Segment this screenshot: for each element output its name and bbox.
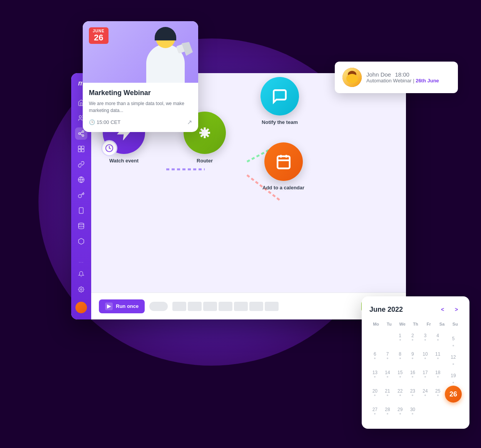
sidebar-item-keys[interactable]: [75, 189, 87, 201]
calendar-header: June 2022 < >: [369, 304, 462, 315]
cal-day-6[interactable]: 6: [369, 349, 381, 360]
day-su: Su: [449, 321, 462, 327]
toolbar-block-3: [203, 302, 217, 311]
cal-day-9[interactable]: 9: [407, 349, 418, 360]
webinar-time: 🕒 15:00 CET: [89, 119, 120, 125]
cal-day-7[interactable]: 7: [382, 349, 393, 360]
svg-rect-9: [82, 149, 84, 152]
webinar-card-body: Marketing Webinar We are more than a sim…: [83, 83, 198, 132]
watch-event-label: Watch event: [109, 158, 139, 164]
sidebar-item-device[interactable]: [75, 204, 87, 217]
cal-day-24[interactable]: 24: [420, 386, 431, 397]
cal-day-28[interactable]: 28: [382, 404, 393, 415]
cal-day-18[interactable]: 18: [432, 367, 443, 378]
webinar-footer: 🕒 15:00 CET ↗: [89, 119, 192, 126]
cal-day-14[interactable]: 14: [382, 367, 393, 378]
cal-day-19[interactable]: 19: [445, 367, 462, 384]
notification-card: John Doe 18:00 Automation Webinar | 26th…: [335, 62, 458, 93]
cal-day-empty-1: [369, 330, 381, 341]
calendar-navigation: < >: [437, 304, 462, 315]
cal-day-empty-end-2: [432, 404, 443, 415]
cal-day-15[interactable]: 15: [394, 367, 406, 378]
cal-day-11[interactable]: 11: [432, 349, 443, 360]
toolbar-toggle[interactable]: [149, 302, 168, 311]
cal-day-4[interactable]: 4: [432, 330, 443, 341]
cal-day-13[interactable]: 13: [369, 367, 381, 378]
day-mo: Mo: [369, 321, 382, 327]
sidebar-item-box[interactable]: [75, 235, 87, 247]
node-notify-team[interactable]: Notify the team: [261, 77, 299, 125]
router-label: Router: [197, 158, 213, 164]
calendar-days-header: Mo Tu We Th Fr Sa Su: [369, 321, 462, 327]
cal-day-22[interactable]: 22: [394, 386, 406, 397]
calendar-next[interactable]: >: [451, 304, 462, 315]
toolbar-block-4: [219, 302, 232, 311]
cal-day-29[interactable]: 29: [394, 404, 406, 415]
webinar-description: We are more than a simple data tool, we …: [89, 100, 192, 114]
cal-day-12[interactable]: 12: [445, 349, 462, 366]
webinar-title: Marketing Webinar: [89, 89, 192, 97]
toolbar-blocks: [172, 302, 279, 311]
cal-day-3[interactable]: 3: [420, 330, 431, 341]
svg-point-15: [80, 289, 82, 290]
webinar-date-badge: JUNE 26: [89, 27, 109, 44]
day-fr: Fr: [422, 321, 435, 327]
sidebar-item-globe[interactable]: [75, 174, 87, 186]
toolbar-block-2: [188, 302, 202, 311]
notify-team-label: Notify the team: [262, 119, 298, 125]
toolbar-block-7: [265, 302, 279, 311]
svg-line-5: [80, 132, 82, 133]
day-th: Th: [409, 321, 422, 327]
notif-event: Automation Webinar | 26th June: [366, 78, 439, 84]
svg-point-0: [79, 115, 82, 118]
cal-day-5[interactable]: 5: [445, 330, 462, 347]
clock-icon: 🕒: [89, 119, 95, 125]
cal-day-17[interactable]: 17: [420, 367, 431, 378]
sidebar-item-connections[interactable]: [75, 158, 87, 171]
cal-day-2[interactable]: 2: [407, 330, 418, 341]
cal-day-30[interactable]: 30: [407, 404, 418, 415]
notif-time: 18:00: [395, 71, 409, 78]
cal-day-21[interactable]: 21: [382, 386, 393, 397]
cal-day-23[interactable]: 23: [407, 386, 418, 397]
svg-rect-7: [82, 146, 84, 149]
toolbar-block-5: [234, 302, 248, 311]
cal-day-empty-end-3: [445, 404, 462, 421]
day-tu: Tu: [382, 321, 396, 327]
svg-rect-8: [78, 149, 81, 152]
webinar-day: 26: [93, 33, 105, 42]
cal-day-27[interactable]: 27: [369, 404, 381, 415]
day-we: We: [396, 321, 409, 327]
cal-day-10[interactable]: 10: [420, 349, 431, 360]
notif-name: John Doe 18:00: [366, 71, 439, 78]
svg-line-4: [80, 134, 82, 135]
bottom-toolbar: ▶ Run once: [91, 293, 406, 319]
sidebar-avatar[interactable]: [75, 302, 87, 313]
sidebar-bell[interactable]: [75, 268, 87, 280]
calendar-card: June 2022 < > Mo Tu We Th Fr Sa Su 1 2 3…: [362, 296, 469, 429]
svg-point-1: [82, 131, 84, 133]
cal-today[interactable]: 26: [445, 386, 462, 403]
calendar-month-year: June 2022: [369, 306, 403, 314]
cal-day-16[interactable]: 16: [407, 367, 418, 378]
cal-day-25[interactable]: 25: [432, 386, 443, 397]
sidebar-settings[interactable]: [75, 283, 87, 296]
calendar-prev[interactable]: <: [437, 304, 448, 315]
calendar-grid: 1 2 3 4 5 6 7 8 9 10 11 12 13 14 15 16 1…: [369, 330, 462, 421]
cal-today-wrap: 26: [445, 386, 462, 403]
sidebar-item-apps[interactable]: [75, 143, 87, 155]
cal-day-20[interactable]: 20: [369, 386, 381, 397]
cal-day-empty-end-1: [420, 404, 431, 415]
webinar-card: JUNE 26 Marketing Webinar We are more th…: [83, 21, 198, 132]
cal-day-1[interactable]: 1: [394, 330, 406, 341]
sidebar-item-database[interactable]: [75, 220, 87, 232]
notif-text: John Doe 18:00 Automation Webinar | 26th…: [366, 71, 439, 84]
share-icon[interactable]: ↗: [187, 119, 192, 126]
node-add-calendar[interactable]: Add to a calendar: [262, 142, 304, 191]
svg-rect-6: [78, 146, 81, 149]
cal-day-8[interactable]: 8: [394, 349, 406, 360]
run-once-button[interactable]: ▶ Run once: [99, 299, 145, 313]
svg-point-3: [82, 135, 84, 137]
calendar-label: Add to a calendar: [262, 185, 304, 191]
sidebar-more[interactable]: ···: [78, 259, 84, 265]
